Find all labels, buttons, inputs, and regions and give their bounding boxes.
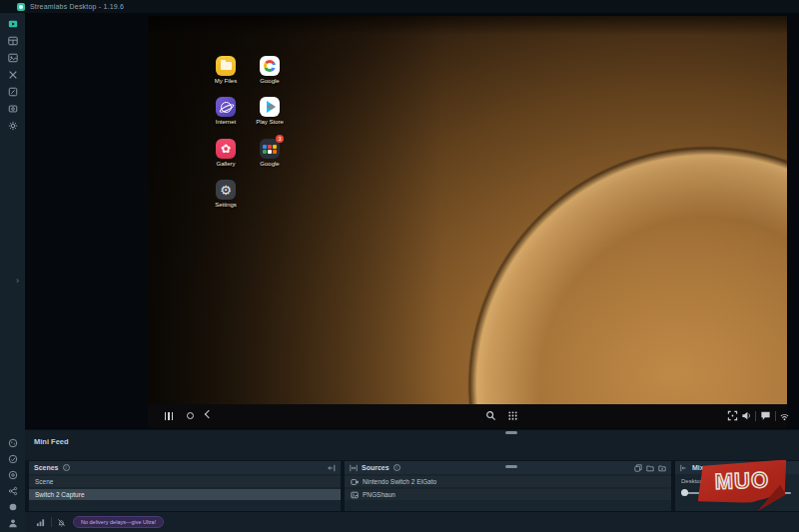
scenes-header: Scenes bbox=[29, 461, 341, 474]
ultra-promo-badge[interactable]: No delivery delays—give Ultra! bbox=[73, 516, 164, 528]
source-row[interactable]: Nintendo Switch 2 ElGato bbox=[345, 476, 671, 487]
themes-icon bbox=[8, 53, 18, 63]
chat-bubble-icon[interactable] bbox=[760, 410, 771, 421]
mini-feed-title: Mini Feed bbox=[34, 437, 69, 446]
performance-stats-icon[interactable] bbox=[36, 518, 45, 527]
sidebar-highlighter-button[interactable] bbox=[5, 86, 20, 97]
gear-icon bbox=[8, 121, 18, 131]
sources-title: Sources bbox=[362, 464, 390, 471]
scene-name: Switch 2 Capture bbox=[35, 491, 85, 498]
muo-watermark: MUO bbox=[696, 459, 787, 504]
sidebar-record-status-button[interactable] bbox=[5, 501, 20, 512]
phone-app-gallery[interactable]: ✿ Gallery bbox=[213, 139, 239, 167]
camera-source-icon bbox=[351, 478, 359, 486]
phone-app-google[interactable]: Google bbox=[257, 56, 283, 84]
app-label: My Files bbox=[215, 78, 237, 84]
panel-resize-handle[interactable] bbox=[505, 431, 517, 434]
share-nodes-icon bbox=[8, 486, 18, 496]
phone-taskbar bbox=[148, 404, 787, 428]
editor-icon bbox=[8, 19, 18, 29]
recording-history-icon bbox=[8, 104, 18, 114]
panel-resize-handle-icon[interactable] bbox=[680, 464, 688, 472]
app-store-icon bbox=[8, 70, 18, 80]
panel-collapse-icon[interactable] bbox=[328, 464, 336, 472]
app-label: Gallery bbox=[216, 161, 235, 167]
settings-gear-icon: ⚙ bbox=[216, 180, 236, 200]
sources-panel: Sources Nintendo Switch 2 ElGato PNGShau… bbox=[345, 461, 671, 511]
notifications-muted-icon[interactable] bbox=[57, 518, 66, 527]
phone-app-settings[interactable]: ⚙ Settings bbox=[213, 180, 239, 208]
scene-row[interactable]: Scene bbox=[29, 476, 341, 487]
taskbar-divider bbox=[775, 411, 776, 421]
streamlabs-logo-icon bbox=[17, 3, 25, 11]
app-label: Google bbox=[260, 78, 279, 84]
home-nav-icon[interactable] bbox=[187, 412, 194, 419]
add-folder-icon[interactable] bbox=[658, 464, 666, 472]
sidebar-share-button[interactable] bbox=[5, 485, 20, 496]
sidebar-app-button-1[interactable] bbox=[5, 437, 20, 448]
open-folder-icon[interactable] bbox=[646, 464, 654, 472]
google-icon bbox=[260, 56, 280, 76]
back-nav-icon[interactable] bbox=[205, 410, 213, 418]
info-icon[interactable] bbox=[394, 464, 400, 471]
volume-slider-knob[interactable] bbox=[681, 489, 688, 496]
source-name: Nintendo Switch 2 ElGato bbox=[363, 478, 436, 485]
sidebar-top-icons bbox=[0, 13, 25, 131]
notification-badge: 3 bbox=[276, 135, 284, 143]
scene-row[interactable]: Switch 2 Capture bbox=[29, 489, 341, 500]
sidebar-editor-button[interactable] bbox=[5, 18, 20, 29]
fullscreen-icon[interactable] bbox=[727, 410, 738, 421]
sidebar-layout-editor-button[interactable] bbox=[5, 35, 20, 46]
my-files-icon bbox=[216, 56, 236, 76]
scene-name: Scene bbox=[35, 478, 53, 485]
sidebar-app-store-button[interactable] bbox=[5, 69, 20, 80]
image-source-icon bbox=[351, 491, 359, 499]
scenes-panel: Scenes Scene Switch 2 Capture bbox=[29, 461, 341, 511]
play-store-icon bbox=[260, 97, 280, 117]
sidebar-app-button-2[interactable] bbox=[5, 453, 20, 464]
search-icon[interactable] bbox=[485, 410, 496, 421]
installed-app-icon bbox=[8, 454, 18, 464]
phone-capture-source: My Files Google Internet Play Store ✿ Ga… bbox=[148, 16, 787, 428]
highlighter-icon bbox=[8, 87, 18, 97]
sidebar: › bbox=[0, 13, 25, 532]
volume-icon[interactable] bbox=[741, 410, 752, 421]
sidebar-themes-button[interactable] bbox=[5, 52, 20, 63]
panel-resize-handle-icon[interactable] bbox=[350, 464, 358, 472]
apps-grid-icon[interactable] bbox=[507, 410, 518, 421]
phone-app-play-store[interactable]: Play Store bbox=[257, 97, 283, 125]
source-row[interactable]: PNGShaun bbox=[345, 489, 671, 500]
app-label: Internet bbox=[216, 119, 236, 125]
phone-app-internet[interactable]: Internet bbox=[213, 97, 239, 125]
info-icon[interactable] bbox=[63, 464, 70, 471]
user-icon bbox=[8, 518, 18, 528]
sidebar-recording-history-button[interactable] bbox=[5, 103, 20, 114]
status-divider bbox=[51, 517, 52, 527]
gallery-icon: ✿ bbox=[216, 139, 236, 159]
mini-feed-panel: Mini Feed bbox=[25, 429, 799, 460]
app-label: Settings bbox=[215, 202, 237, 208]
status-bar: No delivery delays—give Ultra! bbox=[25, 511, 799, 532]
sidebar-expand-chevron-icon[interactable]: › bbox=[16, 276, 19, 285]
muo-watermark-text: MUO bbox=[697, 466, 788, 495]
sidebar-profile-button[interactable] bbox=[5, 517, 20, 528]
app-label: Play Store bbox=[256, 119, 284, 125]
sidebar-bottom-icons bbox=[0, 437, 25, 528]
samsung-internet-icon bbox=[216, 97, 236, 117]
sidebar-settings-button[interactable] bbox=[5, 120, 20, 131]
installed-app-icon bbox=[8, 470, 18, 480]
network-signal-icon[interactable] bbox=[779, 410, 790, 421]
layout-grid-icon bbox=[8, 36, 18, 46]
editor-preview-canvas[interactable]: My Files Google Internet Play Store ✿ Ga… bbox=[25, 13, 799, 429]
panel-resize-handle[interactable] bbox=[505, 465, 517, 468]
installed-app-icon bbox=[8, 438, 18, 448]
phone-folder-google[interactable]: 3 Google bbox=[257, 139, 283, 167]
copy-source-icon[interactable] bbox=[634, 464, 642, 472]
source-name: PNGShaun bbox=[363, 491, 396, 498]
record-dot-icon bbox=[8, 502, 18, 512]
titlebar: Streamlabs Desktop - 1.19.6 bbox=[0, 0, 799, 13]
recents-nav-icon[interactable] bbox=[165, 412, 173, 420]
sidebar-app-button-3[interactable] bbox=[5, 469, 20, 480]
scenes-title: Scenes bbox=[34, 464, 59, 471]
phone-app-my-files[interactable]: My Files bbox=[213, 56, 239, 84]
